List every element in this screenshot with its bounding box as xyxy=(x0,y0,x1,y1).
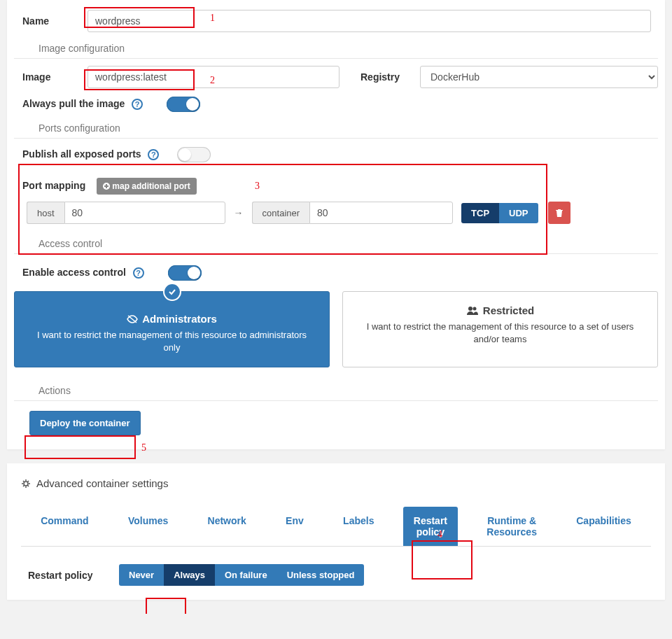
enable-access-label: Enable access control xyxy=(14,267,126,278)
restart-never[interactable]: Never xyxy=(119,564,164,586)
tab-runtime-resources[interactable]: Runtime & Resources xyxy=(476,507,547,546)
restart-on-failure[interactable]: On failure xyxy=(215,564,277,586)
gear-icon xyxy=(21,479,31,489)
deploy-button[interactable]: Deploy the container xyxy=(29,411,141,435)
help-icon[interactable]: ? xyxy=(132,99,143,110)
container-port-input[interactable] xyxy=(309,202,453,224)
host-port-input[interactable] xyxy=(64,202,225,224)
tab-capabilities[interactable]: Capabilities xyxy=(566,507,642,546)
svg-rect-2 xyxy=(104,185,108,187)
section-ports-config: Ports configuration xyxy=(38,122,658,134)
access-card-restricted[interactable]: Restricted I want to restrict the manage… xyxy=(342,291,658,367)
always-pull-label: Always pull the image xyxy=(14,98,125,109)
registry-label: Registry xyxy=(360,71,420,83)
name-label: Name xyxy=(14,15,88,27)
map-additional-port-button[interactable]: map additional port xyxy=(97,178,197,195)
check-icon xyxy=(163,283,181,301)
access-card-administrators[interactable]: Administrators I want to restrict the ma… xyxy=(14,291,330,367)
container-addon: container xyxy=(252,202,309,224)
map-port-label: map additional port xyxy=(112,181,190,191)
arrow-right-icon: → xyxy=(234,207,244,218)
protocol-toggle[interactable]: TCP UDP xyxy=(461,203,538,223)
admin-desc: I want to restrict the management of thi… xyxy=(29,329,315,354)
svg-point-3 xyxy=(468,307,472,311)
users-icon xyxy=(466,306,479,316)
host-addon: host xyxy=(27,202,64,224)
svg-point-4 xyxy=(472,307,476,310)
restart-policy-label: Restart policy xyxy=(28,570,119,581)
tcp-option[interactable]: TCP xyxy=(461,203,499,223)
svg-point-5 xyxy=(24,482,28,486)
registry-select[interactable]: DockerHub xyxy=(420,66,658,88)
image-input[interactable] xyxy=(88,66,340,88)
tab-labels[interactable]: Labels xyxy=(332,507,384,546)
name-input[interactable] xyxy=(88,10,651,32)
tab-command[interactable]: Command xyxy=(30,507,99,546)
eye-slash-icon xyxy=(127,314,138,324)
help-icon[interactable]: ? xyxy=(148,149,159,160)
restricted-title: Restricted xyxy=(483,304,534,316)
udp-option[interactable]: UDP xyxy=(499,203,538,223)
section-image-config: Image configuration xyxy=(38,43,658,54)
always-pull-toggle[interactable] xyxy=(167,97,200,112)
restricted-desc: I want to restrict the management of thi… xyxy=(357,321,643,346)
image-label: Image xyxy=(14,71,88,83)
advanced-settings-title: Advanced container settings xyxy=(36,477,168,489)
tab-volumes[interactable]: Volumes xyxy=(118,507,178,546)
restart-always[interactable]: Always xyxy=(164,564,215,586)
tab-env[interactable]: Env xyxy=(275,507,314,546)
restart-unless-stopped[interactable]: Unless stopped xyxy=(277,564,365,586)
admin-title: Administrators xyxy=(142,313,217,325)
enable-access-toggle[interactable] xyxy=(168,265,202,281)
tab-network[interactable]: Network xyxy=(197,507,257,546)
port-mapping-label: Port mapping xyxy=(14,180,85,191)
publish-all-toggle[interactable] xyxy=(177,147,211,162)
section-actions: Actions xyxy=(38,385,658,396)
help-icon[interactable]: ? xyxy=(133,267,144,279)
section-access-control: Access control xyxy=(38,238,658,249)
delete-port-button[interactable] xyxy=(548,202,570,224)
tab-restart-policy[interactable]: Restart policy xyxy=(403,507,458,546)
publish-all-label: Publish all exposed ports xyxy=(14,148,141,160)
